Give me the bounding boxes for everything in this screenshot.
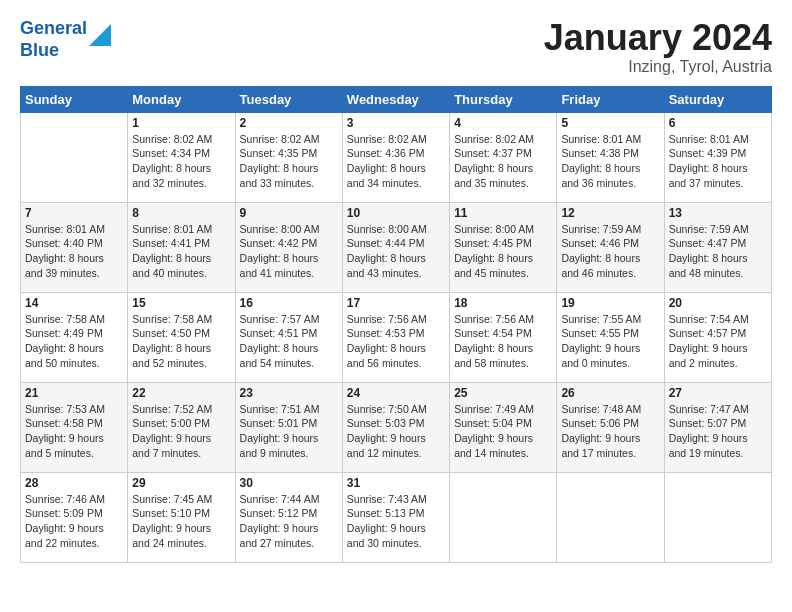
calendar-cell — [664, 472, 771, 562]
calendar-cell: 14Sunrise: 7:58 AM Sunset: 4:49 PM Dayli… — [21, 292, 128, 382]
day-number: 31 — [347, 476, 445, 490]
day-info: Sunrise: 7:58 AM Sunset: 4:50 PM Dayligh… — [132, 312, 230, 371]
logo-icon — [89, 24, 111, 46]
day-info: Sunrise: 7:45 AM Sunset: 5:10 PM Dayligh… — [132, 492, 230, 551]
day-info: Sunrise: 7:47 AM Sunset: 5:07 PM Dayligh… — [669, 402, 767, 461]
day-number: 20 — [669, 296, 767, 310]
day-info: Sunrise: 8:02 AM Sunset: 4:36 PM Dayligh… — [347, 132, 445, 191]
day-info: Sunrise: 7:44 AM Sunset: 5:12 PM Dayligh… — [240, 492, 338, 551]
day-number: 8 — [132, 206, 230, 220]
day-info: Sunrise: 7:50 AM Sunset: 5:03 PM Dayligh… — [347, 402, 445, 461]
day-info: Sunrise: 8:02 AM Sunset: 4:35 PM Dayligh… — [240, 132, 338, 191]
day-number: 6 — [669, 116, 767, 130]
day-number: 22 — [132, 386, 230, 400]
day-info: Sunrise: 7:55 AM Sunset: 4:55 PM Dayligh… — [561, 312, 659, 371]
day-number: 11 — [454, 206, 552, 220]
calendar-cell: 28Sunrise: 7:46 AM Sunset: 5:09 PM Dayli… — [21, 472, 128, 562]
day-info: Sunrise: 7:49 AM Sunset: 5:04 PM Dayligh… — [454, 402, 552, 461]
day-info: Sunrise: 7:43 AM Sunset: 5:13 PM Dayligh… — [347, 492, 445, 551]
calendar-week-row: 7Sunrise: 8:01 AM Sunset: 4:40 PM Daylig… — [21, 202, 772, 292]
day-info: Sunrise: 7:59 AM Sunset: 4:47 PM Dayligh… — [669, 222, 767, 281]
calendar-cell: 16Sunrise: 7:57 AM Sunset: 4:51 PM Dayli… — [235, 292, 342, 382]
main-title: January 2024 — [544, 18, 772, 58]
column-header-saturday: Saturday — [664, 86, 771, 112]
day-info: Sunrise: 8:02 AM Sunset: 4:34 PM Dayligh… — [132, 132, 230, 191]
day-info: Sunrise: 8:00 AM Sunset: 4:42 PM Dayligh… — [240, 222, 338, 281]
calendar-cell: 8Sunrise: 8:01 AM Sunset: 4:41 PM Daylig… — [128, 202, 235, 292]
calendar-week-row: 1Sunrise: 8:02 AM Sunset: 4:34 PM Daylig… — [21, 112, 772, 202]
calendar-cell: 10Sunrise: 8:00 AM Sunset: 4:44 PM Dayli… — [342, 202, 449, 292]
calendar-cell: 15Sunrise: 7:58 AM Sunset: 4:50 PM Dayli… — [128, 292, 235, 382]
calendar-cell: 22Sunrise: 7:52 AM Sunset: 5:00 PM Dayli… — [128, 382, 235, 472]
logo: General Blue — [20, 18, 111, 61]
day-info: Sunrise: 7:57 AM Sunset: 4:51 PM Dayligh… — [240, 312, 338, 371]
day-number: 9 — [240, 206, 338, 220]
calendar-cell: 12Sunrise: 7:59 AM Sunset: 4:46 PM Dayli… — [557, 202, 664, 292]
svg-marker-0 — [89, 24, 111, 46]
calendar-cell: 9Sunrise: 8:00 AM Sunset: 4:42 PM Daylig… — [235, 202, 342, 292]
column-header-wednesday: Wednesday — [342, 86, 449, 112]
day-number: 17 — [347, 296, 445, 310]
day-number: 27 — [669, 386, 767, 400]
calendar-cell: 17Sunrise: 7:56 AM Sunset: 4:53 PM Dayli… — [342, 292, 449, 382]
day-info: Sunrise: 7:52 AM Sunset: 5:00 PM Dayligh… — [132, 402, 230, 461]
column-header-thursday: Thursday — [450, 86, 557, 112]
calendar-cell: 6Sunrise: 8:01 AM Sunset: 4:39 PM Daylig… — [664, 112, 771, 202]
day-number: 12 — [561, 206, 659, 220]
calendar-cell: 7Sunrise: 8:01 AM Sunset: 4:40 PM Daylig… — [21, 202, 128, 292]
day-info: Sunrise: 8:01 AM Sunset: 4:39 PM Dayligh… — [669, 132, 767, 191]
day-info: Sunrise: 7:46 AM Sunset: 5:09 PM Dayligh… — [25, 492, 123, 551]
day-number: 5 — [561, 116, 659, 130]
day-info: Sunrise: 8:02 AM Sunset: 4:37 PM Dayligh… — [454, 132, 552, 191]
logo-general: General — [20, 18, 87, 38]
calendar-cell: 24Sunrise: 7:50 AM Sunset: 5:03 PM Dayli… — [342, 382, 449, 472]
day-number: 23 — [240, 386, 338, 400]
calendar-cell: 21Sunrise: 7:53 AM Sunset: 4:58 PM Dayli… — [21, 382, 128, 472]
calendar-cell: 5Sunrise: 8:01 AM Sunset: 4:38 PM Daylig… — [557, 112, 664, 202]
day-number: 30 — [240, 476, 338, 490]
calendar-week-row: 21Sunrise: 7:53 AM Sunset: 4:58 PM Dayli… — [21, 382, 772, 472]
day-number: 16 — [240, 296, 338, 310]
calendar-cell: 19Sunrise: 7:55 AM Sunset: 4:55 PM Dayli… — [557, 292, 664, 382]
logo-text: General Blue — [20, 18, 87, 61]
calendar-week-row: 14Sunrise: 7:58 AM Sunset: 4:49 PM Dayli… — [21, 292, 772, 382]
calendar-cell: 25Sunrise: 7:49 AM Sunset: 5:04 PM Dayli… — [450, 382, 557, 472]
day-number: 21 — [25, 386, 123, 400]
calendar-cell: 1Sunrise: 8:02 AM Sunset: 4:34 PM Daylig… — [128, 112, 235, 202]
day-info: Sunrise: 8:01 AM Sunset: 4:38 PM Dayligh… — [561, 132, 659, 191]
day-info: Sunrise: 7:48 AM Sunset: 5:06 PM Dayligh… — [561, 402, 659, 461]
calendar-cell: 11Sunrise: 8:00 AM Sunset: 4:45 PM Dayli… — [450, 202, 557, 292]
day-number: 28 — [25, 476, 123, 490]
header: General Blue January 2024 Inzing, Tyrol,… — [20, 18, 772, 76]
calendar-week-row: 28Sunrise: 7:46 AM Sunset: 5:09 PM Dayli… — [21, 472, 772, 562]
day-number: 19 — [561, 296, 659, 310]
day-number: 18 — [454, 296, 552, 310]
column-header-monday: Monday — [128, 86, 235, 112]
calendar-cell: 2Sunrise: 8:02 AM Sunset: 4:35 PM Daylig… — [235, 112, 342, 202]
day-info: Sunrise: 7:58 AM Sunset: 4:49 PM Dayligh… — [25, 312, 123, 371]
calendar-cell: 27Sunrise: 7:47 AM Sunset: 5:07 PM Dayli… — [664, 382, 771, 472]
day-number: 7 — [25, 206, 123, 220]
calendar-cell: 13Sunrise: 7:59 AM Sunset: 4:47 PM Dayli… — [664, 202, 771, 292]
day-number: 1 — [132, 116, 230, 130]
column-header-sunday: Sunday — [21, 86, 128, 112]
day-info: Sunrise: 8:01 AM Sunset: 4:40 PM Dayligh… — [25, 222, 123, 281]
day-number: 2 — [240, 116, 338, 130]
calendar-cell: 20Sunrise: 7:54 AM Sunset: 4:57 PM Dayli… — [664, 292, 771, 382]
day-number: 10 — [347, 206, 445, 220]
page-container: General Blue January 2024 Inzing, Tyrol,… — [0, 0, 792, 573]
day-info: Sunrise: 8:00 AM Sunset: 4:44 PM Dayligh… — [347, 222, 445, 281]
day-info: Sunrise: 7:53 AM Sunset: 4:58 PM Dayligh… — [25, 402, 123, 461]
day-info: Sunrise: 7:56 AM Sunset: 4:54 PM Dayligh… — [454, 312, 552, 371]
calendar-header-row: SundayMondayTuesdayWednesdayThursdayFrid… — [21, 86, 772, 112]
day-info: Sunrise: 7:54 AM Sunset: 4:57 PM Dayligh… — [669, 312, 767, 371]
day-info: Sunrise: 7:59 AM Sunset: 4:46 PM Dayligh… — [561, 222, 659, 281]
day-info: Sunrise: 8:01 AM Sunset: 4:41 PM Dayligh… — [132, 222, 230, 281]
subtitle: Inzing, Tyrol, Austria — [544, 58, 772, 76]
day-number: 25 — [454, 386, 552, 400]
day-number: 4 — [454, 116, 552, 130]
day-info: Sunrise: 8:00 AM Sunset: 4:45 PM Dayligh… — [454, 222, 552, 281]
calendar-cell — [21, 112, 128, 202]
day-info: Sunrise: 7:51 AM Sunset: 5:01 PM Dayligh… — [240, 402, 338, 461]
calendar-cell: 29Sunrise: 7:45 AM Sunset: 5:10 PM Dayli… — [128, 472, 235, 562]
